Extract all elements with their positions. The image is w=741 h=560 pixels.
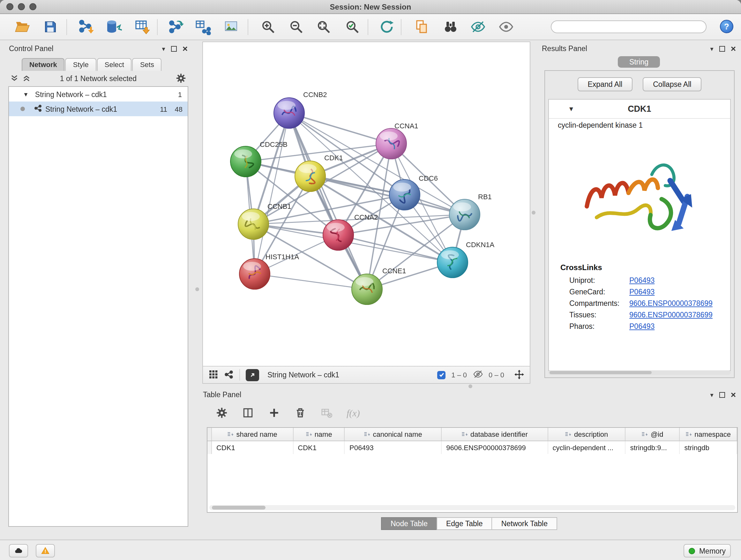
annotation-copy-icon[interactable]: [412, 17, 431, 37]
column-header-name[interactable]: name: [293, 428, 345, 441]
help-button[interactable]: ?: [720, 20, 733, 33]
tab-string[interactable]: String: [618, 56, 660, 68]
collapse-all-button[interactable]: Collapse All: [643, 77, 701, 91]
crosslink-row: Pharos:P06493: [549, 320, 730, 332]
show-all-eye-icon[interactable]: [496, 17, 516, 37]
network-node-HIST1H1A[interactable]: [239, 259, 270, 289]
import-table-file-icon[interactable]: [133, 17, 152, 37]
panel-menu-icon[interactable]: ▾: [162, 45, 165, 52]
import-network-database-icon[interactable]: [104, 17, 123, 37]
birds-eye-grid-icon[interactable]: [208, 369, 218, 381]
table-cell: cyclin-dependent ...: [548, 441, 625, 454]
network-node-CCNA1[interactable]: [376, 128, 407, 159]
tab-select[interactable]: Select: [97, 58, 132, 71]
float-panel-icon[interactable]: [719, 46, 725, 51]
pan-move-icon[interactable]: [514, 369, 525, 381]
tab-edge-table[interactable]: Edge Table: [436, 517, 492, 530]
column-header-@id[interactable]: @id: [626, 428, 680, 441]
tab-network-table[interactable]: Network Table: [492, 517, 557, 530]
panel-menu-icon[interactable]: ▾: [711, 391, 714, 398]
hidden-items-eye-icon[interactable]: [473, 369, 483, 381]
save-session-icon[interactable]: [41, 17, 60, 37]
network-options-gear-icon[interactable]: [176, 73, 186, 85]
tab-network[interactable]: Network: [22, 58, 65, 71]
results-horizontal-scrollbar[interactable]: [548, 370, 731, 375]
entry-disclosure-icon[interactable]: ▼: [568, 105, 575, 112]
detach-view-button[interactable]: [246, 369, 259, 381]
network-node-CDC25B[interactable]: [230, 146, 261, 177]
title-bar: Session: New Session: [0, 0, 741, 14]
column-header-canonical-name[interactable]: canonical name: [345, 428, 442, 441]
crosslink-value-link[interactable]: 9606.ENSP00000378699: [629, 300, 713, 307]
network-canvas[interactable]: CCNB2CCNA1CDC25BCDK1CDC6RB1CCNB1CCNA2CDK…: [203, 42, 530, 366]
zoom-out-icon[interactable]: [286, 17, 306, 37]
search-input[interactable]: [551, 20, 706, 33]
show-columns-icon[interactable]: [242, 407, 254, 420]
network-node-RB1[interactable]: [449, 199, 480, 230]
cloud-status-button[interactable]: [9, 544, 28, 557]
crosslink-value-link[interactable]: P06493: [629, 322, 655, 330]
create-column-plus-icon[interactable]: [268, 407, 280, 420]
left-splitter-grip[interactable]: [195, 287, 199, 291]
export-image-icon[interactable]: [221, 17, 241, 37]
expand-all-button[interactable]: Expand All: [578, 77, 633, 91]
tab-node-table[interactable]: Node Table: [381, 517, 437, 530]
hide-selection-eye-icon[interactable]: [468, 17, 488, 37]
crosslink-value-link[interactable]: 9606.ENSP00000378699: [629, 311, 713, 319]
tab-style[interactable]: Style: [65, 58, 96, 71]
search-network-binoculars-icon[interactable]: [441, 17, 460, 37]
crosslink-row: GeneCard:P06493: [549, 286, 730, 298]
results-panel: Results Panel ▾ × String Expand All Coll…: [537, 42, 741, 388]
float-panel-icon[interactable]: [171, 46, 177, 51]
network-node-CDK1[interactable]: [295, 161, 326, 192]
memory-label: Memory: [699, 547, 726, 555]
zoom-fit-icon[interactable]: [314, 17, 333, 37]
selected-items-checkbox-icon[interactable]: [437, 371, 446, 379]
zoom-selected-icon[interactable]: [343, 17, 362, 37]
open-session-icon[interactable]: [13, 17, 32, 37]
row-header-gutter: [207, 428, 212, 441]
memory-button[interactable]: Memory: [684, 544, 731, 557]
crosslink-row: Tissues:9606.ENSP00000378699: [549, 309, 730, 320]
close-panel-icon[interactable]: ×: [731, 45, 736, 52]
network-node-CCNE1[interactable]: [352, 274, 382, 305]
network-row-selected[interactable]: String Network – cdk1 11 48: [9, 102, 188, 116]
panel-menu-icon[interactable]: ▾: [711, 45, 714, 52]
tab-sets[interactable]: Sets: [132, 58, 162, 71]
column-header-description[interactable]: description: [548, 428, 625, 441]
crosslink-value-link[interactable]: P06493: [629, 276, 655, 284]
close-panel-icon[interactable]: ×: [183, 45, 188, 52]
column-header-shared-name[interactable]: shared name: [212, 428, 293, 441]
collection-disclosure-icon[interactable]: ▼: [23, 91, 29, 98]
bottom-splitter-grip[interactable]: [468, 384, 472, 388]
float-panel-icon[interactable]: [719, 392, 725, 397]
table-horizontal-scrollbar[interactable]: [209, 505, 735, 510]
crosslinks-list: Uniprot:P06493GeneCard:P06493Compartment…: [549, 274, 730, 332]
network-node-CCNB2[interactable]: [274, 98, 305, 128]
network-collection-row[interactable]: ▼ String Network – cdk1 1: [9, 87, 188, 102]
right-splitter-grip[interactable]: [532, 211, 536, 214]
crosslink-value-link[interactable]: P06493: [629, 288, 655, 296]
warnings-button[interactable]: [36, 544, 55, 557]
import-network-file-icon[interactable]: [77, 17, 96, 37]
refresh-layout-icon[interactable]: [377, 17, 396, 37]
node-result-header[interactable]: ▼ CDK1: [549, 100, 730, 119]
export-table-icon[interactable]: [193, 17, 212, 37]
delete-column-trash-icon[interactable]: [294, 407, 307, 420]
network-node-CCNB1[interactable]: [238, 209, 269, 240]
network-node-CDC6[interactable]: [389, 179, 420, 210]
network-node-CCNA2[interactable]: [323, 220, 354, 250]
node-label-CCNA1: CCNA1: [394, 122, 418, 130]
table-cell: stringdb: [680, 441, 737, 454]
zoom-in-icon[interactable]: [259, 17, 278, 37]
network-type-share-icon[interactable]: [224, 369, 233, 380]
table-settings-gear-icon[interactable]: [216, 407, 228, 420]
network-node-CDKN1A[interactable]: [437, 247, 468, 278]
column-header-database-identifier[interactable]: database identifier: [442, 428, 548, 441]
table-row[interactable]: CDK1CDK1P064939606.ENSP00000378699cyclin…: [207, 441, 737, 454]
column-header-namespace[interactable]: namespace: [680, 428, 737, 441]
collection-label: String Network – cdk1: [35, 90, 107, 98]
network-edge-count: 48: [175, 105, 183, 113]
export-network-icon[interactable]: [166, 17, 185, 37]
close-panel-icon[interactable]: ×: [731, 391, 736, 398]
